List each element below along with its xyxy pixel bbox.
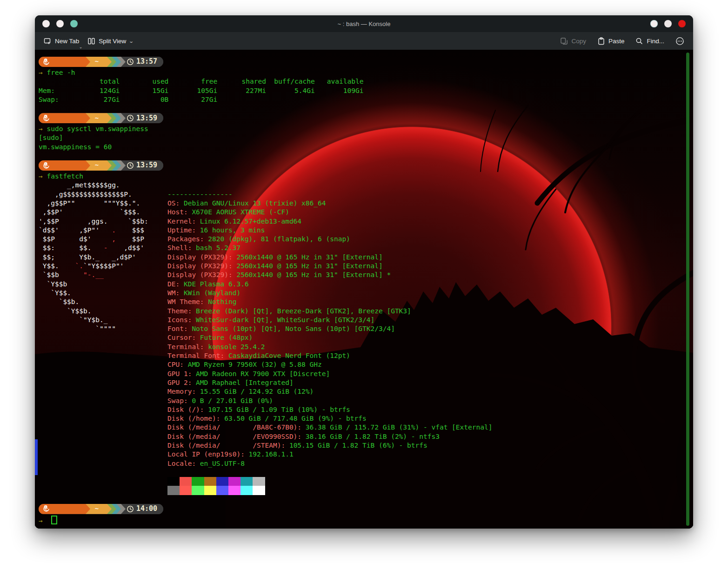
fastfetch-value: 36.38 GiB / 115.72 GiB (31%) - vfat [Ext… (301, 423, 492, 431)
clock-icon (127, 58, 134, 66)
terminal-view[interactable]: ~ 13:57→ free -h total used free shared … (35, 50, 693, 529)
clock-icon (127, 505, 134, 513)
fastfetch-label: Shell: (167, 244, 192, 251)
overflow-menu-icon (675, 37, 684, 46)
fastfetch-value: AMD Raphael [Integrated] (192, 379, 293, 386)
find-label: Find... (647, 38, 664, 45)
fastfetch-label: WM Theme: (167, 298, 204, 305)
fastfetch-label: DE: (167, 280, 180, 288)
fastfetch-info-line: Packages: 2820 (dpkg), 81 (flatpak), 6 (… (167, 235, 684, 244)
prompt-time-segment: 13:57 (121, 57, 163, 67)
fastfetch-label: GPU 1: (167, 370, 192, 377)
window-button-1[interactable] (42, 20, 50, 27)
fastfetch-value: 192.168.1.1 (245, 450, 294, 458)
titlebar[interactable]: ~ : bash — Konsole (35, 15, 693, 32)
fastfetch-label: Display (PX329): (167, 262, 233, 270)
output-line: Mem: 124Gi 15Gi 105Gi 227Mi 5.4Gi 109Gi (39, 86, 684, 95)
terminal-line-marker (35, 439, 38, 475)
debian-swirl-icon (39, 504, 90, 514)
fastfetch-label: Local IP (enp19s0): (167, 450, 245, 458)
fastfetch-info-line: Shell: bash 5.2.37 (167, 244, 684, 252)
fastfetch-value: AMD Ryzen 9 7950X (32) @ 5.88 GHz (184, 361, 322, 368)
fastfetch-info-line: Memory: 15.55 GiB / 124.92 GiB (12%) (167, 387, 684, 396)
window-button-teal[interactable] (70, 20, 78, 27)
find-button[interactable]: Find... (631, 34, 668, 48)
fastfetch-value: Future (48px) (196, 334, 253, 341)
prompt-pill: ~ 13:57 (39, 57, 163, 67)
fastfetch-value: Breeze (Dark) [Qt], Breeze-Dark [GTK2], … (192, 307, 411, 315)
window-button-2[interactable] (56, 20, 64, 27)
fastfetch-label: Terminal: (167, 343, 204, 351)
command-line: → free -h (39, 68, 684, 77)
terminal-content[interactable]: ~ 13:57→ free -h total used free shared … (35, 50, 693, 525)
fastfetch-value: KWin (Wayland) (180, 289, 240, 297)
fastfetch-info: ----------------OS: Debian GNU/Linux 13 … (167, 181, 684, 495)
fastfetch-info-line: Display (PX329): 2560x1440 @ 165 Hz in 3… (167, 253, 684, 262)
fastfetch-value: Nothing (204, 298, 237, 305)
prompt-arrow-icon: → (39, 69, 47, 76)
fastfetch-label: Icons: (167, 316, 192, 324)
fastfetch-label: Cursor: (167, 334, 196, 341)
fastfetch-label: Swap: (167, 397, 188, 404)
clock-icon (127, 114, 134, 122)
new-tab-button[interactable]: New Tab ⌄ (40, 34, 83, 48)
debian-swirl-icon (39, 57, 90, 67)
fastfetch-value: 2820 (dpkg), 81 (flatpak), 6 (snap) (204, 235, 350, 243)
terminal-cursor (51, 516, 57, 524)
overflow-menu-button[interactable] (671, 34, 688, 48)
fastfetch-info-line: Display (PX329): 2560x1440 @ 165 Hz in 3… (167, 271, 684, 279)
prompt-pill: ~ 13:59 (39, 160, 163, 171)
prompt-time: 14:00 (136, 504, 157, 513)
color-swatch (240, 477, 253, 486)
fastfetch-label: OS: (167, 199, 180, 207)
new-tab-dropdown-caret-icon[interactable]: ⌄ (79, 45, 83, 49)
fastfetch-value: Linux 6.12.57+deb13-amd64 (196, 218, 301, 225)
close-button[interactable] (678, 20, 686, 27)
fastfetch-info-line: Disk (/media/ /BA8C-67B0): 36.38 GiB / 1… (167, 423, 684, 432)
scrollbar-thumb[interactable] (686, 53, 689, 526)
fastfetch-info-line: GPU 2: AMD Raphael [Integrated] (167, 378, 684, 387)
toolbar: New Tab ⌄ Split View ⌄ Copy Paste (35, 32, 693, 50)
fastfetch-info-line: Uptime: 16 hours, 3 mins (167, 226, 684, 235)
fastfetch-label: Uptime: (167, 226, 196, 234)
command-line: → (39, 516, 684, 525)
fastfetch-value: 15.55 GiB / 124.92 GiB (12%) (196, 388, 314, 395)
paste-icon (597, 37, 605, 45)
fastfetch-info-line: Local IP (enp19s0): 192.168.1.1 (167, 450, 684, 459)
color-swatch (180, 477, 192, 486)
fastfetch-info-line: Disk (/): 107.15 GiB / 1.09 TiB (10%) - … (167, 405, 684, 414)
prompt-time-segment: 14:00 (121, 504, 163, 514)
clock-icon (127, 162, 134, 169)
prompt-line: ~ 13:59 (39, 160, 684, 171)
output-line: Swap: 27Gi 0B 27Gi (39, 95, 684, 104)
fastfetch-value: Noto Sans (10pt) [Qt], Noto Sans (10pt) … (188, 325, 395, 332)
color-swatch (180, 486, 192, 495)
color-swatch (167, 477, 180, 486)
fastfetch-info-line: CPU: AMD Ryzen 9 7950X (32) @ 5.88 GHz (167, 360, 684, 369)
fastfetch-info-line: DE: KDE Plasma 6.3.6 (167, 280, 684, 289)
minimize-button[interactable] (650, 20, 658, 27)
paste-button[interactable]: Paste (593, 34, 629, 48)
maximize-button[interactable] (664, 20, 672, 27)
fastfetch-info-line: Font: Noto Sans (10pt) [Qt], Noto Sans (… (167, 324, 684, 333)
fastfetch-label: Locale: (167, 460, 196, 467)
fastfetch-value: konsole 25.4.2 (204, 343, 265, 351)
fastfetch-value: X670E AORUS XTREME (-CF) (188, 208, 289, 216)
copy-button[interactable]: Copy (556, 34, 590, 48)
fastfetch-info-line: GPU 1: AMD Radeon RX 7900 XTX [Discrete] (167, 370, 684, 378)
fastfetch-info-line: Cursor: Future (48px) (167, 333, 684, 342)
command-line: → sudo sysctl vm.swappiness (39, 125, 684, 133)
debian-swirl-icon (39, 113, 90, 123)
color-swatch (216, 477, 228, 486)
prompt-arrow-icon: → (39, 125, 47, 132)
color-swatch (253, 477, 265, 486)
paste-label: Paste (608, 38, 625, 45)
split-view-caret-icon: ⌄ (129, 39, 134, 44)
color-swatch (192, 477, 204, 486)
fastfetch-info-line: ---------------- (167, 190, 684, 199)
command-line: → fastfetch (39, 172, 684, 181)
fastfetch-label: Disk (/media/ /EVO990SSD): (167, 433, 301, 440)
split-view-button[interactable]: Split View ⌄ (83, 34, 137, 48)
fastfetch-value: Debian GNU/Linux 13 (trixie) x86_64 (180, 199, 326, 207)
fastfetch-value: 105.15 GiB / 1.82 TiB (6%) - btrfs (285, 442, 427, 449)
